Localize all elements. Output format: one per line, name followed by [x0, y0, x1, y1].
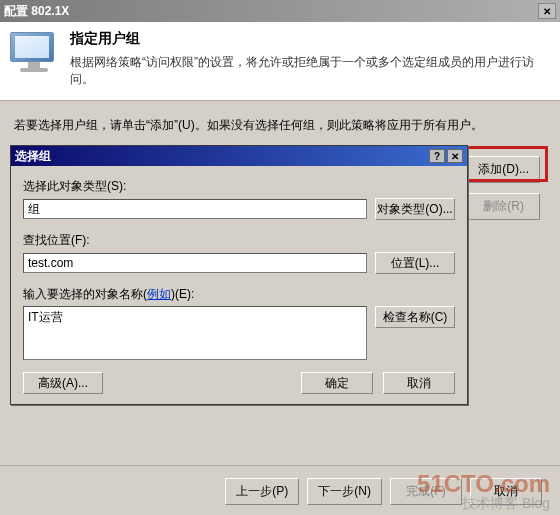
- object-names-input[interactable]: IT运营: [23, 306, 367, 360]
- window-titlebar: 配置 802.1X ✕: [0, 0, 560, 22]
- select-group-dialog: 选择组 ? ✕ 选择此对象类型(S): 对象类型(O)... 查找位置(F): …: [10, 145, 468, 405]
- check-names-button[interactable]: 检查名称(C): [375, 306, 455, 328]
- window-close-button[interactable]: ✕: [538, 3, 556, 19]
- header-banner: 指定用户组 根据网络策略“访问权限”的设置，将允许或拒绝属于一个或多个选定组成员…: [0, 22, 560, 101]
- group-action-buttons: 添加(D)... 删除(R): [467, 156, 540, 220]
- window-title: 配置 802.1X: [4, 3, 69, 20]
- add-button[interactable]: 添加(D)...: [467, 156, 540, 183]
- header-title: 指定用户组: [70, 30, 550, 48]
- finish-button[interactable]: 完成(F): [390, 478, 462, 505]
- example-link[interactable]: 例如: [147, 287, 171, 301]
- prev-button[interactable]: 上一步(P): [225, 478, 299, 505]
- location-button[interactable]: 位置(L)...: [375, 252, 455, 274]
- subdialog-titlebar: 选择组 ? ✕: [11, 146, 467, 166]
- subdialog-title: 选择组: [15, 148, 51, 165]
- help-icon: ?: [434, 151, 440, 162]
- look-in-label: 查找位置(F):: [23, 232, 455, 249]
- enter-names-label: 输入要选择的对象名称(例如)(E):: [23, 286, 455, 303]
- close-icon: ✕: [543, 6, 551, 17]
- wizard-cancel-button[interactable]: 取消: [470, 478, 542, 505]
- remove-button[interactable]: 删除(R): [467, 193, 540, 220]
- enter-names-post: )(E):: [171, 287, 194, 301]
- select-type-label: 选择此对象类型(S):: [23, 178, 455, 195]
- computer-icon: [10, 32, 58, 76]
- cancel-button[interactable]: 取消: [383, 372, 455, 394]
- enter-names-pre: 输入要选择的对象名称(: [23, 287, 147, 301]
- subdialog-help-button[interactable]: ?: [429, 149, 445, 163]
- wizard-button-row: 上一步(P) 下一步(N) 完成(F) 取消: [0, 465, 560, 505]
- ok-button[interactable]: 确定: [301, 372, 373, 394]
- look-in-input[interactable]: [23, 253, 367, 273]
- instruction-text: 若要选择用户组，请单击“添加”(U)。如果没有选择任何组，则此策略将应用于所有用…: [14, 117, 546, 134]
- header-description: 根据网络策略“访问权限”的设置，将允许或拒绝属于一个或多个选定组成员的用户进行访…: [70, 54, 550, 88]
- next-button[interactable]: 下一步(N): [307, 478, 382, 505]
- advanced-button[interactable]: 高级(A)...: [23, 372, 103, 394]
- close-icon: ✕: [451, 151, 459, 162]
- object-type-input[interactable]: [23, 199, 367, 219]
- subdialog-close-button[interactable]: ✕: [447, 149, 463, 163]
- object-type-button[interactable]: 对象类型(O)...: [375, 198, 455, 220]
- object-names-value: IT运营: [28, 310, 63, 324]
